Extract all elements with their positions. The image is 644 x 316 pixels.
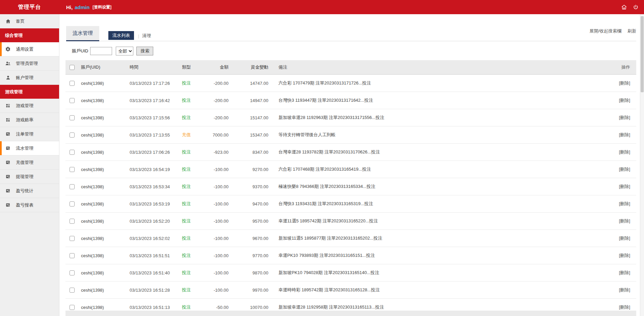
search-bar: 賬戶UID 全部 搜索: [66, 41, 636, 59]
cell-checkbox: [65, 115, 81, 120]
refresh-link[interactable]: 刷新: [627, 28, 636, 34]
top-bar: 管理平台 Hi, admin [资料设置]: [0, 0, 644, 14]
delete-link[interactable]: [刪除]: [619, 115, 630, 120]
delete-link[interactable]: [刪除]: [619, 132, 630, 137]
home-icon[interactable]: [621, 4, 627, 10]
delete-link[interactable]: [刪除]: [619, 201, 630, 206]
table-row: ceshi(1398)03/13/2023 16:52:20投注-100.009…: [65, 213, 636, 230]
cell-time: 03/13/2023 16:53:19: [130, 201, 182, 206]
delete-link[interactable]: [刪除]: [619, 270, 630, 275]
cell-balance: 9970.00: [233, 288, 272, 293]
row-checkbox[interactable]: [70, 81, 75, 86]
cell-account: ceshi(1398): [81, 98, 130, 103]
delete-link[interactable]: [刪除]: [619, 305, 630, 310]
cell-account: ceshi(1398): [81, 236, 130, 241]
cell-time: 03/13/2023 16:51:51: [130, 253, 182, 258]
row-checkbox[interactable]: [70, 132, 75, 138]
delete-link[interactable]: [刪除]: [619, 184, 630, 189]
delete-link[interactable]: [刪除]: [619, 167, 630, 172]
delete-link[interactable]: [刪除]: [619, 253, 630, 258]
tab-cleanup[interactable]: 清理: [142, 33, 151, 39]
table-body: ceshi(1398)03/13/2023 17:17:26投注-200.001…: [65, 75, 636, 316]
row-checkbox[interactable]: [70, 167, 75, 172]
cell-action: [刪除]: [599, 218, 636, 224]
delete-link[interactable]: [刪除]: [619, 236, 630, 241]
cell-remark: 新加坡PK10 794028期 注單20230313165140...投注: [272, 270, 599, 276]
row-checkbox[interactable]: [70, 98, 75, 103]
cell-balance: 10070.00: [233, 305, 272, 310]
cell-time: 03/13/2023 17:06:26: [130, 150, 182, 155]
cell-account: ceshi(1398): [81, 253, 130, 258]
table-row: ceshi(1398)03/13/2023 16:51:40投注-100.009…: [65, 264, 636, 282]
scrollbar-thumb[interactable]: [641, 16, 644, 92]
delete-link[interactable]: [刪除]: [619, 218, 630, 223]
row-checkbox[interactable]: [70, 253, 75, 258]
cell-amount: -100.00: [205, 236, 233, 241]
table-row: ceshi(1398)03/13/2023 16:52:02投注-100.009…: [65, 230, 636, 247]
account-uid-input[interactable]: [90, 47, 112, 55]
sidebar-item-6[interactable]: 游戏管理: [0, 99, 59, 113]
row-checkbox[interactable]: [70, 236, 75, 241]
delete-link[interactable]: [刪除]: [619, 98, 630, 103]
cell-amount: -100.00: [205, 201, 233, 206]
tab-row: 流水管理 流水列表 | 清理 展開/收起搜索欄 刷新: [66, 14, 636, 41]
table-row: ceshi(1398)03/13/2023 16:53:19投注-100.009…: [65, 195, 636, 213]
sidebar-item-7[interactable]: 游戏赔率: [0, 113, 59, 127]
delete-link[interactable]: [刪除]: [619, 149, 630, 154]
row-checkbox[interactable]: [70, 288, 75, 293]
power-icon[interactable]: [633, 4, 639, 10]
cell-time: 03/13/2023 16:54:19: [130, 167, 182, 172]
cell-action: [刪除]: [599, 287, 636, 293]
col-header-type: 類型: [182, 64, 205, 70]
cell-amount: -200.00: [205, 98, 233, 103]
cell-checkbox: [65, 201, 81, 206]
row-checkbox[interactable]: [70, 219, 75, 224]
sidebar-item-11[interactable]: 提现管理: [0, 170, 59, 184]
row-checkbox[interactable]: [70, 115, 75, 120]
toggle-search-link[interactable]: 展開/收起搜索欄: [589, 28, 621, 34]
cell-balance: 14747.00: [233, 81, 272, 86]
cell-action: [刪除]: [599, 201, 636, 207]
row-checkbox[interactable]: [70, 201, 75, 206]
table-row: ceshi(1398)03/13/2023 17:15:56投注-200.001…: [65, 109, 636, 126]
search-button[interactable]: 搜索: [136, 47, 153, 55]
cell-type: 投注: [182, 235, 205, 241]
cell-checkbox: [65, 98, 81, 103]
cell-remark: 台灣快3 1193447期 注單20230313171642...投注: [272, 97, 599, 103]
cell-amount: -50.00: [205, 305, 233, 310]
username: admin: [75, 4, 89, 10]
delete-link[interactable]: [刪除]: [619, 287, 630, 292]
cell-checkbox: [65, 288, 81, 293]
sidebar-item-8[interactable]: 注单管理: [0, 127, 59, 141]
select-all-checkbox[interactable]: [70, 65, 75, 70]
row-checkbox[interactable]: [70, 270, 75, 275]
cell-action: [刪除]: [599, 184, 636, 190]
tab-flow-list[interactable]: 流水列表: [108, 31, 134, 40]
sidebar-item-12[interactable]: 盈亏统计: [0, 184, 59, 198]
sidebar-item-10[interactable]: 充值管理: [0, 155, 59, 170]
profile-settings-link[interactable]: [资料设置]: [92, 4, 111, 10]
sidebar-item-13[interactable]: 盈亏报表: [0, 198, 59, 212]
sidebar-item-9[interactable]: 流水管理: [0, 141, 59, 155]
col-header-action: 操作: [599, 64, 636, 70]
row-checkbox[interactable]: [70, 150, 75, 155]
delete-link[interactable]: [刪除]: [619, 80, 630, 86]
cell-type: 投注: [182, 287, 205, 293]
cell-type: 充值: [182, 132, 205, 138]
cell-type: 投注: [182, 166, 205, 172]
sidebar-item-3[interactable]: 管理员管理: [0, 56, 59, 71]
sidebar-item-label: 通用设置: [16, 46, 33, 52]
row-checkbox[interactable]: [70, 305, 75, 310]
sidebar-item-4[interactable]: 账户管理: [0, 71, 59, 85]
sidebar-item-0[interactable]: 首页: [0, 14, 59, 28]
cell-checkbox: [65, 81, 81, 86]
cell-checkbox: [65, 236, 81, 241]
cell-checkbox: [65, 253, 81, 258]
cell-remark: 六合彩 1707468期 注單20230313165419...投注: [272, 166, 599, 172]
sidebar-item-2[interactable]: 通用设置: [0, 42, 59, 56]
row-checkbox[interactable]: [70, 184, 75, 189]
doc-icon: [5, 160, 11, 165]
vertical-scrollbar[interactable]: [640, 14, 644, 316]
type-filter-select[interactable]: 全部: [116, 47, 133, 55]
cell-amount: -200.00: [205, 115, 233, 120]
